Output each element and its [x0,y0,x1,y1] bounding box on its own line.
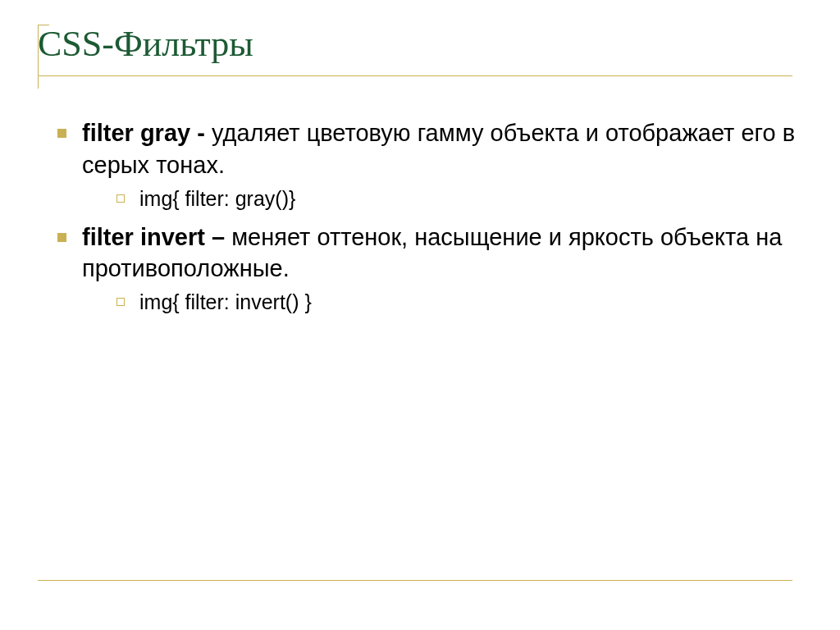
slide: CSS-Фильтры filter gray - удаляет цветов… [0,0,840,630]
list-item: img{ filter: gray()} [115,185,802,213]
bullet-list: filter gray - удаляет цветовую гамму объ… [54,117,802,317]
list-item-bold: filter gray - [82,120,212,146]
sub-list: img{ filter: invert() } [115,289,802,317]
sub-list: img{ filter: gray()} [115,185,802,213]
list-item-bold: filter invert – [82,224,231,250]
list-item-code: img{ filter: invert() } [139,290,312,313]
page-title: CSS-Фильтры [38,25,802,64]
list-item: filter gray - удаляет цветовую гамму объ… [54,117,802,212]
decor-rule-top [38,25,49,25]
list-item: filter invert – меняет оттенок, насыщени… [54,221,802,317]
decor-rule-bottom [38,580,792,581]
title-wrap: CSS-Фильтры [38,25,802,75]
decor-rule-left [38,25,39,89]
title-underline [38,75,792,76]
list-item-code: img{ filter: gray()} [139,187,295,210]
list-item: img{ filter: invert() } [115,289,802,317]
